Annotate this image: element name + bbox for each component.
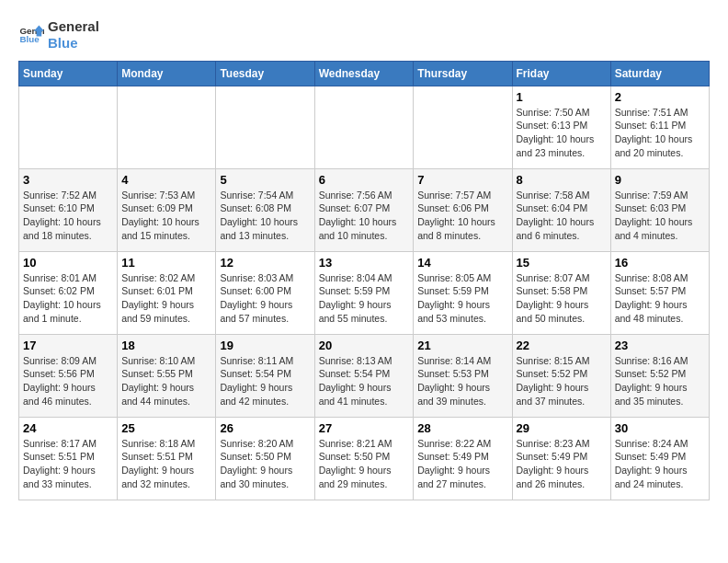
header-sunday: Sunday	[19, 61, 118, 86]
calendar-cell: 15Sunrise: 8:07 AM Sunset: 5:58 PM Dayli…	[512, 251, 610, 334]
calendar-cell: 28Sunrise: 8:22 AM Sunset: 5:49 PM Dayli…	[414, 417, 512, 500]
calendar-cell: 1Sunrise: 7:50 AM Sunset: 6:13 PM Daylig…	[512, 86, 610, 168]
day-info: Sunrise: 8:10 AM Sunset: 5:55 PM Dayligh…	[121, 354, 211, 408]
day-number: 30	[615, 421, 705, 435]
calendar-cell: 17Sunrise: 8:09 AM Sunset: 5:56 PM Dayli…	[19, 334, 118, 417]
day-info: Sunrise: 8:22 AM Sunset: 5:49 PM Dayligh…	[417, 437, 507, 491]
day-number: 24	[23, 421, 113, 435]
calendar-cell: 9Sunrise: 7:59 AM Sunset: 6:03 PM Daylig…	[610, 168, 709, 251]
day-number: 25	[121, 421, 211, 435]
calendar-cell: 13Sunrise: 8:04 AM Sunset: 5:59 PM Dayli…	[314, 251, 414, 334]
calendar-cell: 14Sunrise: 8:05 AM Sunset: 5:59 PM Dayli…	[414, 251, 512, 334]
day-info: Sunrise: 7:51 AM Sunset: 6:11 PM Dayligh…	[615, 106, 705, 160]
day-number: 20	[319, 339, 410, 352]
calendar-cell: 30Sunrise: 8:24 AM Sunset: 5:49 PM Dayli…	[610, 417, 709, 500]
header-wednesday: Wednesday	[314, 61, 414, 86]
calendar-cell: 21Sunrise: 8:14 AM Sunset: 5:53 PM Dayli…	[414, 334, 512, 417]
day-info: Sunrise: 7:52 AM Sunset: 6:10 PM Dayligh…	[23, 189, 113, 243]
day-info: Sunrise: 8:04 AM Sunset: 5:59 PM Dayligh…	[319, 271, 410, 326]
day-number: 19	[220, 339, 310, 352]
day-info: Sunrise: 8:11 AM Sunset: 5:54 PM Dayligh…	[220, 354, 310, 408]
calendar-week-1: 1Sunrise: 7:50 AM Sunset: 6:13 PM Daylig…	[19, 86, 710, 168]
calendar-cell: 3Sunrise: 7:52 AM Sunset: 6:10 PM Daylig…	[19, 168, 118, 251]
header-friday: Friday	[512, 61, 610, 86]
day-number: 13	[319, 256, 410, 270]
day-number: 3	[23, 173, 113, 187]
day-info: Sunrise: 7:57 AM Sunset: 6:06 PM Dayligh…	[417, 189, 507, 243]
day-number: 22	[517, 339, 607, 352]
calendar-cell: 27Sunrise: 8:21 AM Sunset: 5:50 PM Dayli…	[314, 417, 414, 500]
day-number: 8	[517, 173, 607, 187]
day-info: Sunrise: 8:05 AM Sunset: 5:59 PM Dayligh…	[417, 271, 507, 326]
day-number: 6	[319, 173, 410, 187]
day-info: Sunrise: 8:13 AM Sunset: 5:54 PM Dayligh…	[319, 354, 410, 408]
day-info: Sunrise: 7:50 AM Sunset: 6:13 PM Dayligh…	[517, 106, 607, 160]
day-number: 16	[615, 256, 705, 270]
day-info: Sunrise: 8:14 AM Sunset: 5:53 PM Dayligh…	[417, 354, 507, 408]
day-number: 12	[220, 256, 310, 270]
calendar-cell: 23Sunrise: 8:16 AM Sunset: 5:52 PM Dayli…	[610, 334, 709, 417]
logo-general-text: General	[48, 18, 99, 34]
calendar-cell: 6Sunrise: 7:56 AM Sunset: 6:07 PM Daylig…	[314, 168, 414, 251]
calendar-cell: 25Sunrise: 8:18 AM Sunset: 5:51 PM Dayli…	[118, 417, 216, 500]
day-number: 15	[517, 256, 607, 270]
calendar-cell	[414, 86, 512, 168]
calendar-week-4: 17Sunrise: 8:09 AM Sunset: 5:56 PM Dayli…	[19, 334, 710, 417]
calendar-week-2: 3Sunrise: 7:52 AM Sunset: 6:10 PM Daylig…	[19, 168, 710, 251]
calendar-cell: 18Sunrise: 8:10 AM Sunset: 5:55 PM Dayli…	[118, 334, 216, 417]
calendar-cell: 19Sunrise: 8:11 AM Sunset: 5:54 PM Dayli…	[216, 334, 314, 417]
logo: General Blue General Blue	[18, 18, 99, 52]
calendar-week-5: 24Sunrise: 8:17 AM Sunset: 5:51 PM Dayli…	[19, 417, 710, 500]
day-number: 17	[23, 339, 113, 352]
day-info: Sunrise: 7:54 AM Sunset: 6:08 PM Dayligh…	[220, 189, 310, 243]
calendar-cell: 8Sunrise: 7:58 AM Sunset: 6:04 PM Daylig…	[512, 168, 610, 251]
day-number: 1	[517, 90, 607, 104]
day-number: 21	[417, 339, 507, 352]
calendar-cell	[118, 86, 216, 168]
day-number: 28	[417, 421, 507, 435]
day-info: Sunrise: 8:07 AM Sunset: 5:58 PM Dayligh…	[517, 271, 607, 326]
calendar-table: SundayMondayTuesdayWednesdayThursdayFrid…	[18, 61, 710, 500]
day-info: Sunrise: 8:17 AM Sunset: 5:51 PM Dayligh…	[23, 437, 113, 491]
header-thursday: Thursday	[414, 61, 512, 86]
day-info: Sunrise: 8:16 AM Sunset: 5:52 PM Dayligh…	[615, 354, 705, 408]
calendar-cell: 2Sunrise: 7:51 AM Sunset: 6:11 PM Daylig…	[610, 86, 709, 168]
day-info: Sunrise: 8:18 AM Sunset: 5:51 PM Dayligh…	[121, 437, 211, 491]
day-info: Sunrise: 8:23 AM Sunset: 5:49 PM Dayligh…	[517, 437, 607, 491]
day-info: Sunrise: 8:02 AM Sunset: 6:01 PM Dayligh…	[121, 271, 211, 326]
day-info: Sunrise: 7:56 AM Sunset: 6:07 PM Dayligh…	[319, 189, 410, 243]
day-info: Sunrise: 8:01 AM Sunset: 6:02 PM Dayligh…	[23, 271, 113, 326]
day-number: 14	[417, 256, 507, 270]
day-number: 29	[517, 421, 607, 435]
day-number: 5	[220, 173, 310, 187]
header-tuesday: Tuesday	[216, 61, 314, 86]
calendar-cell: 26Sunrise: 8:20 AM Sunset: 5:50 PM Dayli…	[216, 417, 314, 500]
calendar-cell	[19, 86, 118, 168]
day-number: 23	[615, 339, 705, 352]
day-number: 26	[220, 421, 310, 435]
calendar-cell: 4Sunrise: 7:53 AM Sunset: 6:09 PM Daylig…	[118, 168, 216, 251]
day-info: Sunrise: 8:21 AM Sunset: 5:50 PM Dayligh…	[319, 437, 410, 491]
calendar-cell: 12Sunrise: 8:03 AM Sunset: 6:00 PM Dayli…	[216, 251, 314, 334]
day-info: Sunrise: 7:53 AM Sunset: 6:09 PM Dayligh…	[121, 189, 211, 243]
calendar-week-3: 10Sunrise: 8:01 AM Sunset: 6:02 PM Dayli…	[19, 251, 710, 334]
calendar-cell: 5Sunrise: 7:54 AM Sunset: 6:08 PM Daylig…	[216, 168, 314, 251]
calendar-cell: 22Sunrise: 8:15 AM Sunset: 5:52 PM Dayli…	[512, 334, 610, 417]
calendar-cell: 11Sunrise: 8:02 AM Sunset: 6:01 PM Dayli…	[118, 251, 216, 334]
calendar-cell: 10Sunrise: 8:01 AM Sunset: 6:02 PM Dayli…	[19, 251, 118, 334]
day-number: 7	[417, 173, 507, 187]
day-info: Sunrise: 7:59 AM Sunset: 6:03 PM Dayligh…	[615, 189, 705, 243]
calendar-cell	[314, 86, 414, 168]
calendar-cell: 24Sunrise: 8:17 AM Sunset: 5:51 PM Dayli…	[19, 417, 118, 500]
day-info: Sunrise: 8:24 AM Sunset: 5:49 PM Dayligh…	[615, 437, 705, 491]
day-info: Sunrise: 8:03 AM Sunset: 6:00 PM Dayligh…	[220, 271, 310, 326]
day-info: Sunrise: 8:20 AM Sunset: 5:50 PM Dayligh…	[220, 437, 310, 491]
calendar-cell	[216, 86, 314, 168]
day-info: Sunrise: 8:08 AM Sunset: 5:57 PM Dayligh…	[615, 271, 705, 326]
day-info: Sunrise: 7:58 AM Sunset: 6:04 PM Dayligh…	[517, 189, 607, 243]
day-number: 10	[23, 256, 113, 270]
day-number: 27	[319, 421, 410, 435]
day-number: 2	[615, 90, 705, 104]
logo-icon: General Blue	[18, 22, 44, 48]
day-number: 4	[121, 173, 211, 187]
